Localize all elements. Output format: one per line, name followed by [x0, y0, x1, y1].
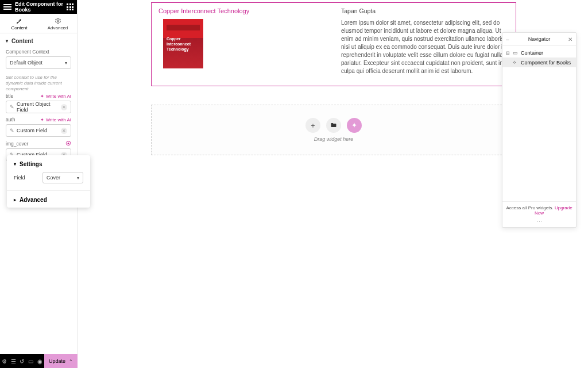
popover-field-select[interactable]: Cover ▾	[42, 172, 83, 183]
navigator-panel: – Navigator ✕ ⊟ ▭ Container ⟡ Component …	[502, 32, 577, 228]
add-widget-button[interactable]: ＋	[305, 118, 320, 133]
caret-down-icon: ▾	[6, 39, 8, 44]
navigator-footer: Access all Pro widgets. Upgrade Now	[502, 201, 576, 219]
field-title: title✦ Write with AI✎Current Object Fiel…	[0, 93, 77, 117]
navigator-footer-text: Access all Pro widgets.	[506, 205, 553, 210]
folder-icon	[330, 122, 337, 129]
book-right-column: Tapan Gupta Lorem ipsum dolor sit amet, …	[341, 7, 509, 75]
chevron-up-icon: ⌃	[69, 359, 73, 364]
popover-field-row: Field Cover ▾	[7, 172, 90, 190]
chevron-down-icon: ▾	[77, 175, 79, 181]
component-context-value: Default Object	[10, 60, 42, 66]
apps-icon[interactable]	[67, 3, 74, 10]
svg-point-0	[57, 20, 59, 22]
popover-field-value: Cover	[47, 175, 60, 181]
clear-icon[interactable]: ✕	[61, 128, 67, 134]
field-value-select[interactable]: ✎Current Object Field✕	[6, 101, 71, 113]
tab-advanced[interactable]: Advanced	[38, 14, 77, 33]
update-button[interactable]: Update ⌃	[44, 354, 78, 368]
component-context-block: Component Context Default Object ▾	[0, 49, 77, 72]
widget-dropzone[interactable]: ＋ ✦ Drag widget here	[151, 105, 516, 155]
field-value-select[interactable]: ✎Custom Field✕	[6, 124, 71, 137]
bottom-toolbar: ⚙ ☰ ↺ ▭ ◉ Update ⌃	[0, 354, 78, 368]
popover-field-label: Field	[14, 175, 42, 181]
field-value: Custom Field	[17, 128, 47, 133]
book-cover: Copper Interconnect Technology	[163, 19, 203, 68]
popover-settings-head[interactable]: ▾ Settings	[7, 155, 90, 172]
component-icon: ⟡	[513, 59, 519, 66]
pencil-icon	[16, 17, 23, 24]
navigator-item-component[interactable]: ⟡ Component for Books	[502, 57, 576, 67]
navigator-item-container[interactable]: ⊟ ▭ Container	[502, 48, 576, 57]
panel-tabs: Content Advanced	[0, 14, 77, 33]
history-icon[interactable]: ↺	[18, 354, 26, 368]
section-content-label: Content	[11, 38, 33, 44]
navigator-title: Navigator	[528, 36, 551, 42]
preview-icon[interactable]: ◉	[36, 354, 44, 368]
book-left-column: Copper Interconnect Technology Copper In…	[158, 7, 331, 75]
chevron-down-icon: ▾	[65, 60, 67, 66]
popover-advanced-label: Advanced	[20, 197, 47, 203]
write-with-ai-link[interactable]: ✦ Write with AI	[40, 117, 71, 122]
tab-content[interactable]: Content	[0, 14, 38, 33]
book-author: Tapan Gupta	[341, 7, 509, 14]
clear-icon[interactable]: ✕	[61, 104, 67, 110]
caret-down-icon: ▾	[14, 162, 16, 167]
pencil-icon: ✎	[10, 128, 14, 133]
popover-settings-label: Settings	[20, 161, 42, 167]
book-title: Copper Interconnect Technology	[158, 7, 331, 14]
popover-advanced-head[interactable]: ▸ Advanced	[7, 190, 90, 208]
pencil-icon: ✎	[10, 104, 14, 110]
navigator-tree: ⊟ ▭ Container ⟡ Component for Books	[502, 46, 576, 201]
component-for-books[interactable]: Copper Interconnect Technology Copper In…	[151, 2, 516, 86]
settings-icon[interactable]: ⚙	[0, 354, 9, 368]
component-context-label: Component Context	[6, 49, 71, 55]
close-icon[interactable]: ✕	[568, 36, 572, 43]
book-cover-text: Copper Interconnect Technology	[167, 36, 191, 52]
tab-advanced-label: Advanced	[48, 25, 68, 30]
dropzone-label: Drag widget here	[314, 136, 354, 142]
book-description: Lorem ipsum dolor sit amet, consectetur …	[341, 19, 509, 75]
navigator-item-label: Container	[521, 50, 543, 56]
navigator-header: – Navigator ✕	[502, 33, 576, 46]
navigator-resize-handle[interactable]: ⋯	[502, 219, 576, 227]
collapse-icon[interactable]: ⊟	[506, 51, 510, 56]
field-auth: auth✦ Write with AI✎Custom Field✕	[0, 117, 77, 140]
component-context-hint: Set context to use for the dynamic data …	[0, 72, 77, 93]
responsive-icon[interactable]: ▭	[26, 354, 35, 368]
update-label: Update	[49, 358, 65, 364]
field-value: Current Object Field	[17, 101, 61, 113]
minimize-icon[interactable]: –	[506, 36, 509, 43]
dropzone-buttons: ＋ ✦	[305, 118, 362, 133]
tab-content-label: Content	[11, 25, 27, 30]
section-content-head[interactable]: ▾ Content	[0, 33, 77, 49]
sidebar-title: Edit Component for Books	[15, 1, 67, 13]
write-with-ai-link[interactable]: ✦ Write with AI	[40, 94, 71, 99]
gear-icon	[55, 17, 61, 24]
sidebar-header: Edit Component for Books	[0, 0, 77, 14]
field-label: img_cover⦿	[6, 140, 71, 147]
navigator-icon[interactable]: ☰	[9, 354, 17, 368]
caret-right-icon: ▸	[14, 197, 16, 202]
component-context-select[interactable]: Default Object ▾	[6, 56, 71, 69]
dynamic-tag-icon[interactable]: ⦿	[65, 140, 71, 147]
field-label: auth✦ Write with AI	[6, 117, 71, 122]
folder-button[interactable]	[326, 118, 341, 133]
navigator-item-label: Component for Books	[521, 60, 571, 66]
menu-icon[interactable]	[3, 4, 11, 10]
field-label: title✦ Write with AI	[6, 93, 71, 99]
container-icon: ▭	[513, 50, 519, 56]
ai-widget-button[interactable]: ✦	[347, 118, 362, 133]
field-settings-popover: ▾ Settings Field Cover ▾ ▸ Advanced	[7, 155, 90, 208]
